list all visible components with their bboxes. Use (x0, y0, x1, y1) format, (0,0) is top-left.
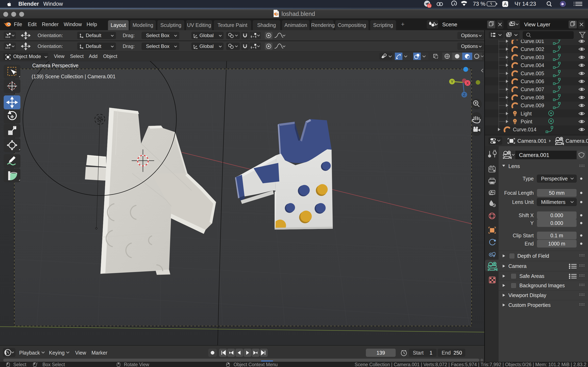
svg-text:Curve.003: Curve.003 (521, 54, 544, 60)
svg-text:0.000: 0.000 (550, 212, 563, 218)
svg-text:Object Context Menu: Object Context Menu (233, 362, 278, 367)
svg-text:Keying: Keying (49, 350, 65, 356)
svg-text:Camera.0: Camera.0 (566, 138, 588, 144)
svg-text:Select: Select (13, 362, 26, 367)
svg-text:0.000: 0.000 (550, 220, 563, 226)
svg-text:Clip Start: Clip Start (513, 233, 534, 238)
svg-text:Scene: Scene (442, 21, 457, 27)
svg-text:Camera: Camera (508, 263, 527, 269)
svg-text:Type: Type (523, 176, 534, 182)
svg-text:1000 m: 1000 m (548, 241, 565, 247)
svg-text:Scene Collection | Camera.001: Scene Collection | Camera.001 | Verts:8,… (355, 362, 586, 367)
svg-text:Playback: Playback (19, 350, 40, 356)
svg-text:Box Select: Box Select (43, 362, 65, 367)
svg-text:Curve.002: Curve.002 (521, 46, 544, 52)
svg-text:Marker: Marker (91, 350, 107, 356)
svg-text:Curve.009: Curve.009 (521, 103, 544, 108)
svg-text:Perspective: Perspective (541, 176, 568, 182)
svg-text:View Layer: View Layer (524, 21, 550, 27)
svg-text:Curve.008: Curve.008 (521, 95, 544, 100)
svg-text:Lens Unit: Lens Unit (512, 199, 534, 205)
svg-text:Curve.006: Curve.006 (521, 78, 544, 84)
svg-text:Safe Areas: Safe Areas (519, 273, 544, 279)
svg-text:Millimeters: Millimeters (541, 199, 565, 205)
svg-text:Camera Perspective: Camera Perspective (32, 63, 78, 68)
svg-text:Y: Y (451, 80, 453, 84)
svg-text:Viewport Display: Viewport Display (508, 292, 546, 298)
svg-text:Focal Length: Focal Length (504, 190, 534, 196)
svg-text:Curve.014: Curve.014 (513, 127, 536, 132)
svg-text:Camera.001: Camera.001 (519, 152, 549, 158)
svg-text:50 mm: 50 mm (549, 190, 564, 196)
svg-text:Point: Point (521, 119, 532, 124)
svg-text:Curve.004: Curve.004 (521, 62, 544, 68)
svg-text:End: End (442, 350, 450, 356)
svg-text:Y: Y (530, 220, 534, 226)
svg-text:(139) Scene Collection | Camer: (139) Scene Collection | Camera.001 (32, 74, 116, 79)
svg-text:Shift X: Shift X (519, 212, 534, 218)
svg-text:250: 250 (453, 350, 462, 356)
svg-text:Rotate View: Rotate View (124, 362, 149, 367)
svg-text:Light: Light (521, 111, 532, 117)
svg-text:Depth of Field: Depth of Field (517, 253, 549, 259)
svg-text:End: End (525, 241, 534, 247)
svg-text:Curve.007: Curve.007 (521, 86, 544, 92)
svg-text:X: X (466, 81, 469, 85)
svg-text:Lens: Lens (508, 163, 520, 169)
svg-text:Camera.001: Camera.001 (517, 138, 546, 144)
svg-text:Start: Start (413, 350, 424, 356)
svg-text:139: 139 (376, 350, 385, 356)
svg-text:Curve.005: Curve.005 (521, 71, 544, 76)
svg-text:1: 1 (430, 350, 432, 356)
svg-text:Z: Z (463, 92, 466, 97)
svg-text:Custom Properties: Custom Properties (508, 302, 551, 308)
svg-text:0.1 m: 0.1 m (550, 233, 563, 238)
svg-text:Background Images: Background Images (519, 283, 565, 288)
svg-text:View: View (75, 350, 86, 356)
svg-text:11: 11 (428, 4, 431, 8)
